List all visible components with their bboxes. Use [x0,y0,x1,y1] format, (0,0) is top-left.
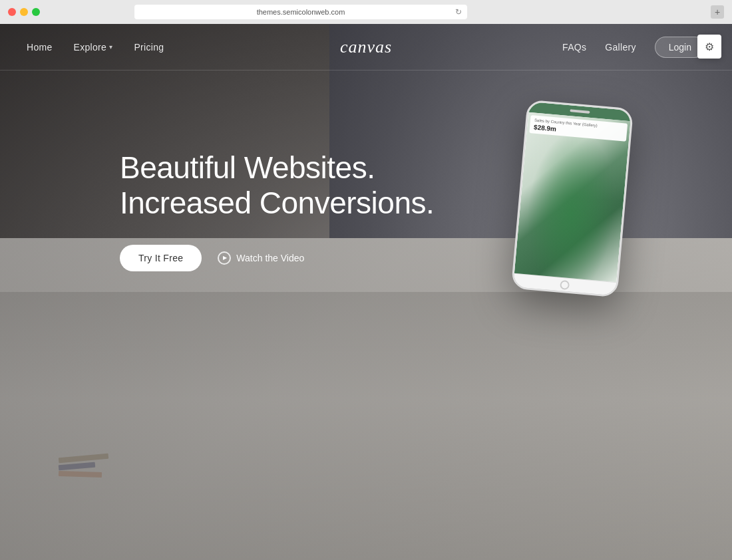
maximize-button[interactable] [32,8,40,16]
phone-mockup: Sales by Country this Year (Gallery) $28… [511,100,634,298]
hero-headline-line1: Beautiful Websites. [120,150,375,185]
minimize-button[interactable] [20,8,28,16]
new-tab-button[interactable]: + [711,5,724,19]
navbar: Home Explore ▾ Pricing canvas FAQs Galle… [0,24,732,70]
site-logo[interactable]: canvas [340,37,392,57]
play-icon: ▶ [218,251,231,265]
book-3 [59,471,102,478]
nav-explore[interactable]: Explore ▾ [74,42,113,53]
phone-screen: Sales by Country this Year (Gallery) $28… [513,102,632,295]
settings-icon: ⚙ [705,41,714,53]
background-books [59,456,108,480]
try-free-button[interactable]: Try It Free [120,245,202,271]
address-bar[interactable]: themes.semicolonweb.com ↻ [134,5,467,19]
website-container: ⚙ Home Explore ▾ Pricing canvas FAQs Gal… [0,24,732,560]
nav-gallery[interactable]: Gallery [605,42,636,53]
settings-button[interactable]: ⚙ [697,35,721,59]
video-button-label: Watch the Video [236,253,304,263]
nav-left: Home Explore ▾ Pricing [27,42,164,53]
nav-pricing[interactable]: Pricing [134,42,164,53]
close-button[interactable] [8,8,16,16]
hero-headline-line2: Increased Conversions. [120,186,434,220]
nav-right: FAQs Gallery Login [562,37,705,58]
traffic-lights [8,8,40,16]
phone-map-area: Sales by Country this Year (Gallery) $28… [514,112,631,282]
nav-faqs[interactable]: FAQs [562,42,586,53]
explore-chevron-down-icon: ▾ [109,43,112,51]
browser-chrome: themes.semicolonweb.com ↻ + [0,0,732,24]
explore-label: Explore [74,42,107,53]
phone-device: Sales by Country this Year (Gallery) $28… [511,100,634,298]
refresh-icon[interactable]: ↻ [455,7,462,17]
phone-home-button [560,279,570,289]
nav-home[interactable]: Home [27,42,53,53]
book-2 [59,462,95,471]
watch-video-button[interactable]: ▶ Watch the Video [218,251,304,265]
url-text: themes.semicolonweb.com [257,8,345,16]
